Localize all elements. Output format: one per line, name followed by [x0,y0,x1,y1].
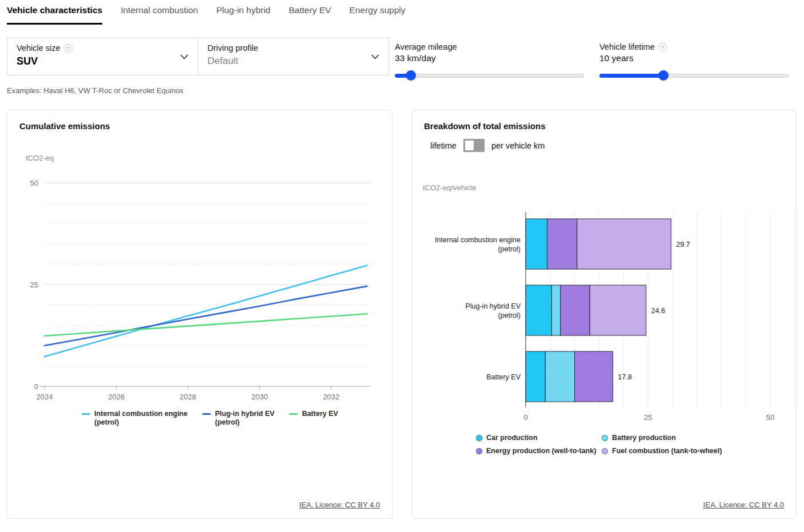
y-tick-label: 25 [30,281,38,289]
legend-item-car-production[interactable]: Car production [476,434,602,442]
legend-item-fuel-combustion-tank-to-wheel[interactable]: Fuel combustion (tank-to-wheel) [602,447,722,455]
vehicle-size-value: SUV [17,55,189,67]
vehicle-size-label-text: Vehicle size [17,43,61,53]
scope-toggle-row: lifetime per vehicle km [430,139,545,152]
vehicle-examples-text: Examples: Haval H6, VW T-Roc or Chevrole… [7,86,183,95]
help-icon[interactable]: ? [658,43,667,51]
license-link[interactable]: IEA. Licence: CC BY 4.0 [299,501,380,509]
toggle-right-label: per vehicle km [491,141,545,150]
bar-segment-energy-production-well-to-tank [547,219,577,269]
stacked-bar-chart: 29.7Internal combustion engine(petrol)24… [418,202,795,430]
emissions-breakdown-card: Breakdown of total emissions lifetime pe… [411,110,797,519]
bar-row-internal-combustion-engine-petrol: 29.7Internal combustion engine(petrol) [435,219,690,269]
bar-segment-energy-production-well-to-tank [575,351,613,402]
line-series-battery-ev [45,314,367,335]
tab-bar: Vehicle characteristicsInternal combusti… [7,0,406,25]
legend-label: Battery EV [302,410,338,418]
legend-label: Car production [486,434,538,442]
tab-plug-in-hybrid[interactable]: Plug-in hybrid [216,0,270,25]
legend-label: Fuel combustion (tank-to-wheel) [612,447,722,455]
legend-marker [476,435,482,441]
average-mileage-slider[interactable] [395,70,584,81]
select-group: Vehicle size ? SUV Driving profile Defau… [7,38,389,75]
x-tick-label: 2026 [108,393,125,401]
vehicle-lifetime-control: Vehicle lifetime ? 10 years [599,42,789,81]
x-tick-label: 25 [644,413,652,422]
vehicle-size-select[interactable]: Vehicle size ? SUV [7,38,198,75]
legend-marker [602,448,608,454]
ev-lifecycle-tool: Vehicle characteristicsInternal combusti… [0,0,804,532]
bar-category-label: Internal combustion engine(petrol) [435,236,521,253]
line-series-internal-combustion-engine-petrol [45,266,367,357]
slider-fill [599,74,663,78]
line-chart: 0255020242026202820302032 [13,145,387,413]
bar-value-label: 29.7 [676,241,690,249]
toggle-left-label: lifetime [430,141,457,150]
legend-item-battery-ev[interactable]: Battery EV [289,410,338,427]
average-mileage-label: Average mileage [395,42,457,51]
x-tick-label: 2028 [179,393,196,401]
x-tick-label: 2032 [323,393,339,401]
legend-item-plug-in-hybrid-ev-petrol[interactable]: Plug-in hybrid EV (petrol) [202,410,274,427]
average-mileage-control: Average mileage 33 km/day [395,42,584,81]
bar-segment-battery-production [545,351,574,402]
driving-profile-label-text: Driving profile [207,43,258,53]
help-icon[interactable]: ? [64,44,73,53]
legend-marker [82,413,90,415]
average-mileage-value: 33 km/day [395,53,584,63]
bar-segment-fuel-combustion-tank-to-wheel [590,285,646,335]
x-axis-unit: tCO2-eq/vehicle [423,183,476,192]
x-tick-label: 50 [766,413,774,422]
x-tick-label: 2024 [37,393,53,401]
slider-knob[interactable] [406,70,416,81]
line-chart-legend: Internal combustion engine (petrol)Plug-… [82,410,338,427]
y-tick-label: 50 [30,179,38,187]
cumulative-emissions-card: Cumulative emissions tCO2-eq 02550202420… [7,110,393,519]
vehicle-size-label: Vehicle size ? [17,43,189,53]
vehicle-lifetime-label: Vehicle lifetime [599,42,655,51]
driving-profile-select[interactable]: Driving profile Default [198,38,389,75]
legend-marker [202,413,211,415]
bar-chart-legend: Car productionBattery productionEnergy p… [476,434,722,455]
tab-vehicle-characteristics[interactable]: Vehicle characteristics [7,0,102,25]
legend-label: Energy production (well-to-tank) [486,447,596,455]
bar-segment-car-production [526,285,551,335]
vehicle-lifetime-slider[interactable] [599,70,789,81]
bar-value-label: 17.8 [618,373,631,381]
chevron-down-icon [371,54,379,59]
legend-marker [289,413,298,415]
legend-item-energy-production-well-to-tank[interactable]: Energy production (well-to-tank) [476,447,602,455]
bar-segment-car-production [526,351,545,402]
card-title: Breakdown of total emissions [424,121,546,131]
gridlines [45,183,370,366]
lifetime-per-km-toggle[interactable] [463,139,485,152]
legend-label: Plug-in hybrid EV (petrol) [215,410,274,427]
legend-item-internal-combustion-engine-petrol[interactable]: Internal combustion engine (petrol) [82,410,187,427]
legend-label: Battery production [612,434,676,442]
bar-segment-battery-production [551,285,560,335]
bar-segment-energy-production-well-to-tank [561,285,590,335]
bar-row-plug-in-hybrid-ev-petrol: 24.6Plug-in hybrid EV(petrol) [465,285,665,335]
tab-energy-supply[interactable]: Energy supply [349,0,405,25]
bar-category-label: Battery EV [486,373,521,381]
bar-category-label: Plug-in hybrid EV(petrol) [465,302,521,319]
bar-row-battery-ev: 17.8Battery EV [486,351,631,402]
card-title: Cumulative emissions [19,121,110,131]
license-link[interactable]: IEA. Licence: CC BY 4.0 [703,501,784,509]
x-tick-label: 0 [523,413,527,422]
y-tick-label: 0 [34,382,38,391]
line-series-plug-in-hybrid-ev-petrol [45,286,367,346]
legend-item-battery-production[interactable]: Battery production [602,434,722,442]
driving-profile-label: Driving profile [207,43,379,53]
driving-profile-value: Default [207,55,379,67]
bar-segment-car-production [526,219,547,269]
tab-battery-ev[interactable]: Battery EV [289,0,331,25]
slider-track[interactable] [395,74,584,78]
vehicle-lifetime-value: 10 years [599,53,789,63]
legend-label: Internal combustion engine (petrol) [94,410,187,427]
tab-internal-combustion[interactable]: Internal combustion [121,0,198,25]
legend-marker [602,435,608,441]
slider-knob[interactable] [658,70,669,81]
bar-value-label: 24.6 [651,307,665,315]
bar-segment-fuel-combustion-tank-to-wheel [577,219,671,269]
